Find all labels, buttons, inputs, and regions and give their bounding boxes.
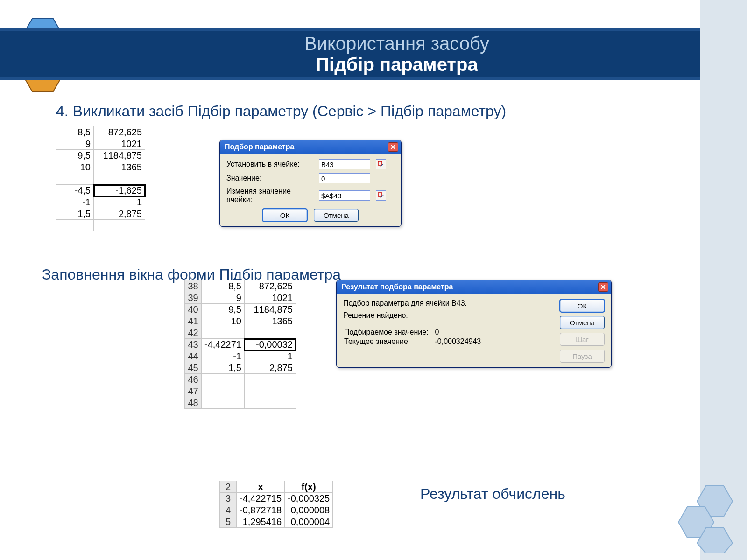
cell: [56, 173, 94, 185]
cell: 1365: [244, 315, 296, 327]
current-value-label: Текущее значение:: [344, 337, 434, 346]
target-value: 0: [435, 328, 487, 336]
cell: 42: [185, 327, 202, 339]
ref-edit-icon[interactable]: [376, 159, 386, 169]
cell: 2,875: [94, 208, 145, 220]
cell: [202, 397, 245, 409]
cell: 45: [185, 362, 202, 374]
cell: -1,625: [94, 185, 145, 196]
cell: 872,625: [244, 280, 296, 292]
cell: 0,000004: [285, 516, 333, 528]
hex-decor-bottom: [673, 483, 739, 555]
cell: -4,5: [56, 185, 94, 196]
cell: 9: [56, 138, 94, 150]
cell: -1: [202, 350, 245, 362]
cell: 872,625: [94, 126, 145, 138]
ok-button[interactable]: ОК: [560, 299, 605, 312]
set-cell-input[interactable]: [319, 159, 370, 169]
cell: 43: [185, 339, 202, 350]
spreadsheet-fragment-3: 2xf(x)3-4,422715-0,0003254-0,8727180,000…: [219, 481, 333, 528]
cell: 9,5: [56, 150, 94, 161]
result-msg-1: Подбор параметра для ячейки B43.: [343, 299, 550, 308]
cell: [244, 397, 296, 409]
cell: 1: [94, 196, 145, 208]
cell: -0,000325: [285, 493, 333, 504]
svg-rect-6: [378, 161, 382, 165]
cell: 1,5: [56, 208, 94, 220]
changing-cell-input[interactable]: [319, 190, 370, 201]
result-msg-2: Решение найдено.: [343, 311, 550, 320]
cell: 10: [202, 315, 245, 327]
cell: 41: [185, 315, 202, 327]
cell: 2,875: [244, 362, 296, 374]
step-button: Шаг: [560, 333, 605, 346]
cell: [244, 374, 296, 385]
cell: 5: [220, 516, 237, 528]
cell: 1: [244, 350, 296, 362]
cell: [94, 173, 145, 185]
cell: 1184,875: [244, 304, 296, 315]
title-banner: Використання засобу Підбір параметра: [0, 28, 700, 80]
cell: 1021: [244, 292, 296, 304]
dialog-title: Результат подбора параметра: [341, 283, 453, 291]
cell: 8,5: [202, 280, 245, 292]
cell: 47: [185, 385, 202, 397]
spreadsheet-fragment-1: 8,5872,625910219,51184,875101365-4,5-1,6…: [56, 126, 145, 231]
cell: 0,000008: [285, 504, 333, 516]
cell: [202, 327, 245, 339]
cell: [56, 220, 94, 231]
step-instruction: 4. Викликати засіб Підбір параметру (Сер…: [56, 103, 700, 120]
cell: -1: [56, 196, 94, 208]
cell: 9: [202, 292, 245, 304]
cell: 46: [185, 374, 202, 385]
cell: 40: [185, 304, 202, 315]
cell: x: [237, 481, 285, 493]
cell: 1184,875: [94, 150, 145, 161]
cancel-button[interactable]: Отмена: [560, 316, 605, 329]
cell: 1365: [94, 161, 145, 173]
goal-seek-dialog: Подбор параметра ✕ Установить в ячейке: …: [219, 140, 402, 227]
close-icon[interactable]: ✕: [598, 282, 608, 292]
cancel-button[interactable]: Отмена: [314, 209, 359, 222]
cell: 44: [185, 350, 202, 362]
spreadsheet-fragment-2: 388,5872,6253991021409,51184,87541101365…: [184, 280, 296, 409]
svg-rect-7: [378, 193, 382, 196]
target-value-label: Подбираемое значение:: [344, 328, 434, 336]
cell: 39: [185, 292, 202, 304]
goal-seek-result-dialog: Результат подбора параметра ✕ Подбор пар…: [336, 280, 612, 368]
cell: [202, 374, 245, 385]
cell: 1,5: [202, 362, 245, 374]
cell: -4,422715: [237, 493, 285, 504]
cell: [244, 327, 296, 339]
cell: 9,5: [202, 304, 245, 315]
value-input[interactable]: [319, 173, 370, 183]
cell: 10: [56, 161, 94, 173]
caption-result: Результат обчислень: [420, 485, 565, 503]
right-sidebar-stripe: [700, 0, 747, 560]
cell: 2: [220, 481, 237, 493]
cell: -4,42271: [202, 339, 245, 350]
cell: 1021: [94, 138, 145, 150]
cell: 8,5: [56, 126, 94, 138]
set-cell-label: Установить в ячейке:: [226, 160, 315, 168]
cell: -0,00032: [244, 339, 296, 350]
close-icon[interactable]: ✕: [388, 142, 398, 152]
cell: [94, 220, 145, 231]
cell: 1,295416: [237, 516, 285, 528]
ref-edit-icon[interactable]: [376, 190, 386, 201]
changing-cell-label: Изменяя значение ячейки:: [226, 187, 315, 204]
cell: [244, 385, 296, 397]
cell: 48: [185, 397, 202, 409]
cell: 4: [220, 504, 237, 516]
cell: -0,872718: [237, 504, 285, 516]
value-label: Значение:: [226, 174, 315, 182]
cell: 3: [220, 493, 237, 504]
cell: 38: [185, 280, 202, 292]
title-line-2: Підбір параметра: [316, 54, 478, 75]
cell: [202, 385, 245, 397]
current-value: -0,000324943: [435, 337, 487, 346]
pause-button: Пауза: [560, 350, 605, 363]
title-line-1: Використання засобу: [304, 33, 489, 54]
dialog-title: Подбор параметра: [225, 143, 294, 151]
ok-button[interactable]: ОК: [262, 209, 307, 222]
